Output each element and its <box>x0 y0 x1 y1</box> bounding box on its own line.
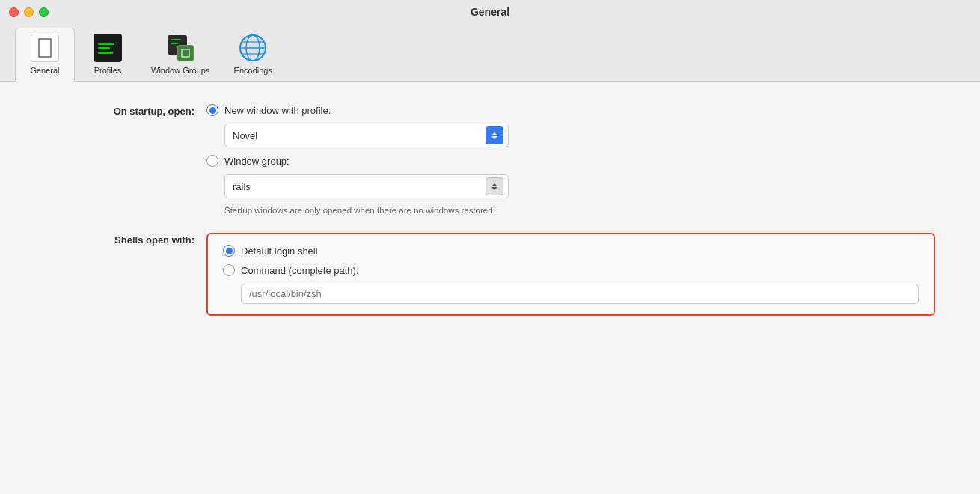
tab-profiles[interactable]: Profiles <box>78 28 138 81</box>
profiles-icon <box>93 33 123 63</box>
window-group-radio-row: Window group: <box>206 155 935 167</box>
command-path-radio-row: Command (complete path): <box>223 264 919 276</box>
general-icon <box>30 33 60 63</box>
window-group-label: Window group: <box>224 156 290 167</box>
default-shell-radio[interactable] <box>223 245 235 257</box>
shells-row: Shells open with: Default login shell Co… <box>45 233 935 316</box>
svg-point-5 <box>240 35 266 61</box>
shells-section: Default login shell Command (complete pa… <box>206 233 935 316</box>
startup-label: On startup, open: <box>45 104 195 117</box>
command-path-radio[interactable] <box>223 264 235 276</box>
profile-selected-value: Novel <box>233 130 257 141</box>
tab-window-groups[interactable]: Window Groups <box>141 28 220 81</box>
tab-encodings-label: Encodings <box>234 66 272 75</box>
tab-profiles-label: Profiles <box>94 66 122 75</box>
close-button[interactable] <box>9 7 19 17</box>
wg-arrow-down-icon <box>491 187 497 190</box>
tab-general-label: General <box>30 66 59 75</box>
new-window-label: New window with profile: <box>224 105 331 116</box>
tab-general[interactable]: General <box>15 28 75 82</box>
startup-row: On startup, open: New window with profil… <box>45 104 935 215</box>
wg-arrow-up-icon <box>491 183 497 186</box>
window-group-selected-value: rails <box>233 181 251 192</box>
title-bar: General <box>0 0 980 22</box>
window-group-radio[interactable] <box>206 155 218 167</box>
toolbar: General Profiles <box>0 22 980 82</box>
window-group-select[interactable]: rails <box>224 174 509 198</box>
command-path-label: Command (complete path): <box>241 265 359 276</box>
arrow-up-icon <box>491 132 497 135</box>
profile-select-arrows <box>486 126 503 144</box>
tab-window-groups-label: Window Groups <box>151 66 209 75</box>
profile-select[interactable]: Novel <box>224 124 509 147</box>
startup-controls: New window with profile: Novel Window gr… <box>206 104 935 215</box>
content-area: On startup, open: New window with profil… <box>0 82 980 494</box>
new-window-radio[interactable] <box>206 104 218 116</box>
default-shell-radio-row: Default login shell <box>223 245 919 257</box>
startup-hint: Startup windows are only opened when the… <box>224 206 935 215</box>
app-window: General General Profiles <box>0 0 980 494</box>
minimize-button[interactable] <box>24 7 34 17</box>
arrow-down-icon <box>491 136 497 139</box>
window-groups-icon <box>165 33 195 63</box>
encodings-icon <box>238 33 268 63</box>
shells-label: Shells open with: <box>45 233 195 246</box>
window-title: General <box>471 6 509 18</box>
default-shell-label: Default login shell <box>241 246 318 257</box>
command-input[interactable] <box>241 284 919 304</box>
maximize-button[interactable] <box>39 7 49 17</box>
traffic-lights <box>9 7 49 17</box>
window-group-select-arrows <box>486 177 503 195</box>
tab-encodings[interactable]: Encodings <box>223 28 283 81</box>
new-window-radio-row: New window with profile: <box>206 104 935 116</box>
